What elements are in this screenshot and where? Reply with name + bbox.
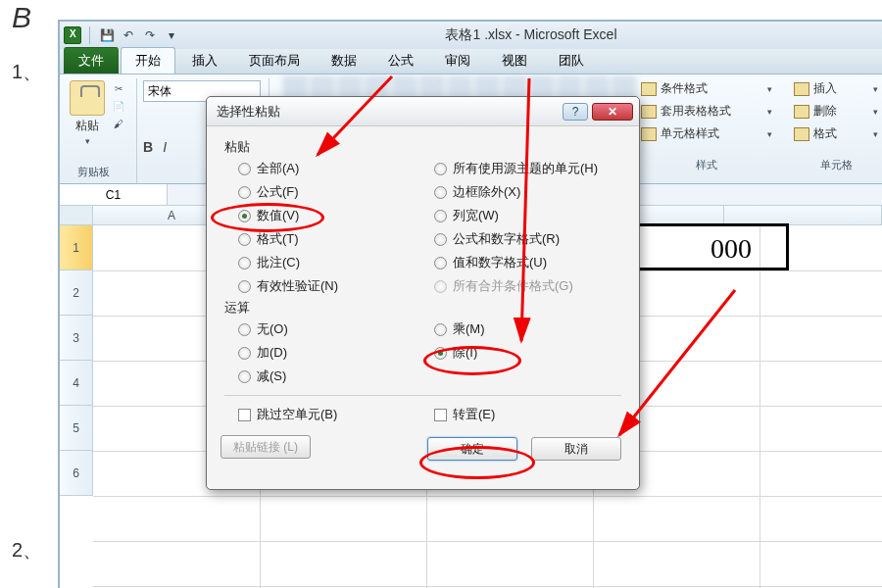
delete-icon (794, 105, 809, 119)
operation-section-label: 运算 (224, 299, 625, 317)
cells-group: 插入▾ 删除▾ 格式▾ 单元格 (792, 78, 880, 172)
tab-layout[interactable]: 页面布局 (234, 47, 315, 74)
format-painter-icon[interactable]: 🖌 (109, 116, 128, 131)
clipboard-group: 粘贴 ▾ ✂ 📄 🖌 剪贴板 (66, 78, 137, 183)
rowhead-2[interactable]: 2 (60, 270, 92, 316)
cell-style-icon (641, 127, 657, 141)
radio-op-div[interactable]: 除(I) (434, 344, 640, 362)
radio-colwidth[interactable]: 列宽(W) (434, 207, 640, 224)
radio-op-sub[interactable]: 减(S) (238, 368, 434, 385)
tab-formula[interactable]: 公式 (373, 47, 428, 74)
rowhead-4[interactable]: 4 (60, 361, 92, 406)
qat-redo-icon[interactable]: ↷ (141, 26, 159, 44)
radio-value[interactable]: 数值(V) (238, 207, 434, 224)
annotation-step-1: 1、 (12, 59, 42, 85)
styles-group-label: 样式 (639, 158, 774, 172)
paste-link-button: 粘贴链接 (L) (220, 435, 311, 459)
cells-group-label: 单元格 (792, 158, 880, 172)
dialog-close-button[interactable]: ✕ (592, 103, 633, 121)
annotation-letter: B (12, 1, 31, 34)
paste-section-label: 粘贴 (224, 138, 625, 156)
format-icon (794, 127, 809, 141)
qat-undo-icon[interactable]: ↶ (120, 26, 137, 44)
copy-marquee (620, 223, 789, 270)
rowhead-5[interactable]: 5 (60, 406, 92, 451)
italic-button[interactable]: I (163, 139, 167, 155)
dialog-title: 选择性粘贴 (217, 103, 280, 121)
radio-op-add[interactable]: 加(D) (238, 344, 434, 362)
radio-formula-num[interactable]: 公式和数字格式(R) (434, 230, 640, 248)
clipboard-group-label: 剪贴板 (77, 165, 110, 179)
rowhead-6[interactable]: 6 (60, 451, 92, 496)
cond-format-icon (641, 82, 657, 96)
qat-dropdown-icon[interactable]: ▾ (163, 26, 180, 44)
insert-icon (794, 82, 809, 96)
paste-drop-icon[interactable]: ▾ (85, 136, 90, 146)
radio-op-mul[interactable]: 乘(M) (434, 320, 640, 338)
tab-file[interactable]: 文件 (64, 47, 119, 74)
window-title: 表格1 .xlsx - Microsoft Excel (180, 26, 882, 44)
paste-icon (70, 80, 105, 116)
cut-icon[interactable]: ✂ (109, 80, 128, 96)
radio-format[interactable]: 格式(T) (238, 230, 434, 248)
radio-value-num[interactable]: 值和数字格式(U) (434, 254, 640, 271)
paste-label: 粘贴 (75, 118, 99, 134)
radio-formula[interactable]: 公式(F) (238, 183, 434, 201)
name-box[interactable]: C1 (60, 184, 168, 205)
dialog-titlebar[interactable]: 选择性粘贴 ? ✕ (207, 97, 639, 126)
delete-button[interactable]: 删除▾ (792, 101, 880, 122)
paste-special-dialog: 选择性粘贴 ? ✕ 粘贴 全部(A) 所有使用源主题的单元(H) 公式(F) 边… (206, 96, 640, 490)
radio-op-none[interactable]: 无(O) (238, 320, 434, 338)
radio-comment[interactable]: 批注(C) (238, 254, 434, 271)
rowhead-1[interactable]: 1 (60, 225, 92, 270)
check-transpose[interactable]: 转置(E) (434, 406, 640, 423)
copy-icon[interactable]: 📄 (109, 98, 128, 114)
tab-data[interactable]: 数据 (317, 47, 371, 74)
format-as-table-button[interactable]: 套用表格格式▾ (639, 101, 774, 122)
ribbon-tabs: 文件 开始 插入 页面布局 数据 公式 审阅 视图 团队 (60, 49, 882, 74)
dialog-help-button[interactable]: ? (563, 103, 588, 121)
insert-button[interactable]: 插入▾ (792, 78, 880, 99)
format-button[interactable]: 格式▾ (792, 123, 880, 144)
tab-insert[interactable]: 插入 (177, 47, 232, 74)
cell-styles-button[interactable]: 单元格样式▾ (639, 123, 774, 144)
bold-button[interactable]: B (143, 139, 153, 155)
radio-all[interactable]: 全部(A) (238, 160, 434, 177)
tab-review[interactable]: 审阅 (430, 47, 485, 74)
colhead-e[interactable] (724, 206, 882, 224)
annotation-step-2: 2、 (12, 537, 42, 564)
conditional-format-button[interactable]: 条件格式▾ (639, 78, 774, 99)
tab-team[interactable]: 团队 (544, 47, 599, 74)
excel-icon (64, 26, 81, 44)
radio-validation[interactable]: 有效性验证(N) (238, 277, 434, 295)
row-headers[interactable]: 1 2 3 4 5 6 (60, 225, 93, 496)
table-format-icon (641, 105, 657, 119)
qat-save-icon[interactable]: 💾 (98, 26, 116, 44)
select-all-corner[interactable] (60, 206, 93, 225)
cancel-button[interactable]: 取消 (531, 437, 621, 461)
titlebar: 💾 ↶ ↷ ▾ 表格1 .xlsx - Microsoft Excel (60, 22, 882, 49)
tab-view[interactable]: 视图 (487, 47, 542, 74)
radio-merge-cond: 所有合并条件格式(G) (434, 277, 640, 295)
ok-button[interactable]: 确定 (427, 437, 517, 461)
radio-theme[interactable]: 所有使用源主题的单元(H) (434, 160, 640, 177)
rowhead-3[interactable]: 3 (60, 316, 92, 361)
tab-home[interactable]: 开始 (121, 47, 175, 74)
styles-group: 条件格式▾ 套用表格格式▾ 单元格样式▾ 样式 (639, 78, 774, 172)
radio-noborder[interactable]: 边框除外(X) (434, 183, 640, 201)
check-skip-blank[interactable]: 跳过空单元(B) (238, 406, 434, 423)
